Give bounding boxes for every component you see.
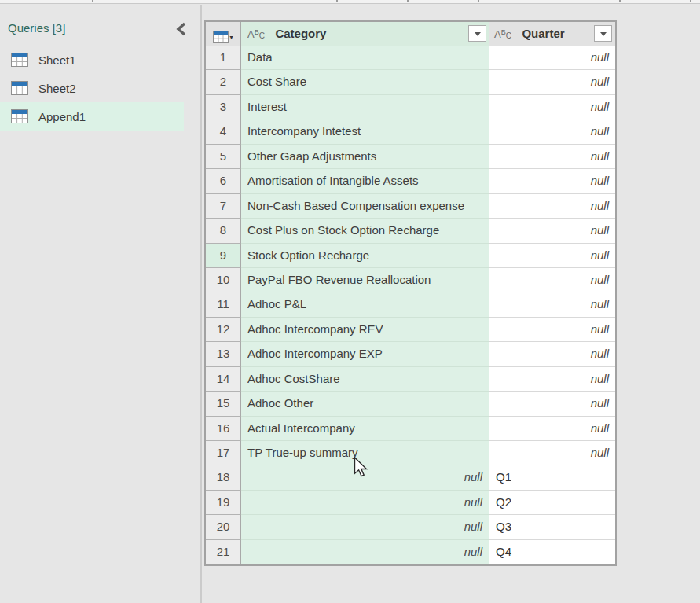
pane-divider[interactable] — [200, 5, 202, 603]
category-cell[interactable]: Adhoc Intercompany REV — [241, 318, 489, 342]
table-row: 1 Data null — [206, 46, 615, 70]
quarter-cell[interactable]: null — [489, 244, 615, 268]
category-cell[interactable]: Other Gaap Adjustments — [241, 145, 489, 169]
ruler-tick — [619, 0, 621, 2]
row-number-cell[interactable]: 8 — [206, 219, 241, 243]
query-list: Sheet1 Sheet2 Append1 — [0, 46, 200, 131]
row-number-cell[interactable]: 2 — [206, 70, 241, 94]
quarter-cell[interactable]: null — [489, 70, 615, 94]
filter-dropdown-button[interactable] — [594, 25, 612, 42]
category-cell[interactable]: null — [241, 515, 489, 539]
collapse-pane-icon[interactable] — [174, 21, 189, 37]
ruler-tick — [407, 0, 409, 2]
row-number-cell[interactable]: 11 — [206, 292, 241, 317]
column-label: Quarter — [522, 27, 564, 40]
query-item[interactable]: Sheet1 — [0, 46, 184, 74]
quarter-cell[interactable]: null — [489, 169, 615, 193]
row-number-cell[interactable]: 3 — [206, 95, 241, 119]
row-number-cell[interactable]: 5 — [206, 145, 241, 169]
row-number-cell[interactable]: 14 — [206, 367, 241, 392]
category-cell[interactable]: Adhoc Intercompany EXP — [241, 342, 489, 366]
filter-caret-icon — [475, 32, 481, 36]
table-menu-caret-icon: ▾ — [229, 26, 233, 49]
query-item[interactable]: Append1 — [0, 102, 184, 131]
quarter-cell[interactable]: null — [489, 392, 615, 416]
category-cell[interactable]: PayPal FBO Revenue Reallocation — [241, 268, 489, 292]
row-number-cell[interactable]: 12 — [206, 318, 241, 342]
quarter-cell[interactable]: null — [489, 219, 615, 243]
category-cell[interactable]: Interest — [241, 95, 489, 119]
quarter-cell[interactable]: Q2 — [489, 491, 615, 515]
category-cell[interactable]: Non-Cash Based Compensation expense — [241, 194, 489, 219]
row-number-cell[interactable]: 17 — [206, 441, 241, 465]
table-header-row: ▾ ABC Category ABC Quarter — [206, 22, 615, 46]
category-cell[interactable]: Intercompany Intetest — [241, 119, 489, 144]
queries-pane: Queries [3] Sheet1 — [0, 5, 200, 603]
text-type-icon: ABC — [494, 27, 511, 40]
row-number-cell[interactable]: 4 — [206, 119, 241, 144]
category-cell[interactable]: null — [241, 491, 489, 515]
category-cell[interactable]: null — [241, 465, 489, 490]
table-row: 6 Amortisation of Intangible Assets null — [206, 169, 615, 193]
row-number-cell[interactable]: 21 — [206, 540, 241, 564]
table-menu-icon — [213, 28, 229, 40]
quarter-cell[interactable]: null — [489, 119, 615, 144]
row-number-cell[interactable]: 19 — [206, 491, 241, 515]
quarter-cell[interactable]: null — [489, 292, 615, 317]
row-number-cell[interactable]: 13 — [206, 342, 241, 366]
quarter-cell[interactable]: Q4 — [489, 540, 615, 564]
filter-dropdown-button[interactable] — [468, 25, 486, 42]
table-icon — [11, 81, 28, 95]
row-number-cell[interactable]: 10 — [206, 268, 241, 292]
quarter-cell[interactable]: null — [489, 145, 615, 169]
quarter-cell[interactable]: null — [489, 441, 615, 465]
quarter-cell[interactable]: Q1 — [489, 465, 615, 490]
table-body: 1 Data null 2 Cost Share null 3 Interest… — [206, 46, 615, 564]
table-row: 15 Adhoc Other null — [206, 392, 615, 416]
text-type-icon: ABC — [247, 27, 265, 40]
row-number-cell[interactable]: 9 — [206, 244, 241, 268]
category-cell[interactable]: Actual Intercompany — [241, 417, 489, 441]
quarter-cell[interactable]: Q3 — [489, 515, 615, 539]
category-cell[interactable]: Adhoc CostShare — [241, 367, 489, 392]
quarter-cell[interactable]: null — [489, 194, 615, 219]
data-preview-table: ▾ ABC Category ABC Quarter 1 Data null 2… — [204, 20, 617, 566]
table-menu-button[interactable]: ▾ — [206, 22, 241, 46]
quarter-cell[interactable]: null — [489, 342, 615, 366]
category-cell[interactable]: Stock Option Recharge — [241, 244, 489, 268]
query-item[interactable]: Sheet2 — [0, 74, 184, 102]
column-label: Category — [275, 27, 326, 40]
row-number-cell[interactable]: 6 — [206, 169, 241, 193]
quarter-cell[interactable]: null — [489, 417, 615, 441]
table-row: 4 Intercompany Intetest null — [206, 119, 615, 144]
row-number-cell[interactable]: 20 — [206, 515, 241, 539]
row-number-cell[interactable]: 7 — [206, 194, 241, 219]
table-row: 11 Adhoc P&L null — [206, 292, 615, 317]
category-cell[interactable]: Cost Share — [241, 70, 489, 94]
quarter-cell[interactable]: null — [489, 46, 615, 70]
quarter-cell[interactable]: null — [489, 318, 615, 342]
category-cell[interactable]: Adhoc P&L — [241, 292, 489, 317]
column-header-quarter[interactable]: ABC Quarter — [489, 22, 615, 46]
row-number-cell[interactable]: 16 — [206, 417, 241, 441]
category-cell[interactable]: Data — [241, 46, 489, 70]
quarter-cell[interactable]: null — [489, 367, 615, 392]
quarter-cell[interactable]: null — [489, 95, 615, 119]
column-header-category[interactable]: ABC Category — [241, 22, 489, 46]
table-row: 2 Cost Share null — [206, 70, 615, 94]
category-cell[interactable]: Adhoc Other — [241, 392, 489, 416]
table-row: 14 Adhoc CostShare null — [206, 367, 615, 392]
table-row: 17 TP True-up summary null — [206, 441, 615, 465]
quarter-cell[interactable]: null — [489, 268, 615, 292]
category-cell[interactable]: TP True-up summary — [241, 441, 489, 465]
row-number-cell[interactable]: 1 — [206, 46, 241, 70]
category-cell[interactable]: Cost Plus on Stock Option Recharge — [241, 219, 489, 243]
table-icon — [11, 109, 28, 123]
category-cell[interactable]: Amortisation of Intangible Assets — [241, 169, 489, 193]
category-cell[interactable]: null — [241, 540, 489, 564]
top-edge-strip — [0, 0, 700, 4]
row-number-cell[interactable]: 18 — [206, 465, 241, 490]
table-row: 7 Non-Cash Based Compensation expense nu… — [206, 194, 615, 219]
query-item-label: Sheet1 — [38, 53, 76, 67]
row-number-cell[interactable]: 15 — [206, 392, 241, 416]
